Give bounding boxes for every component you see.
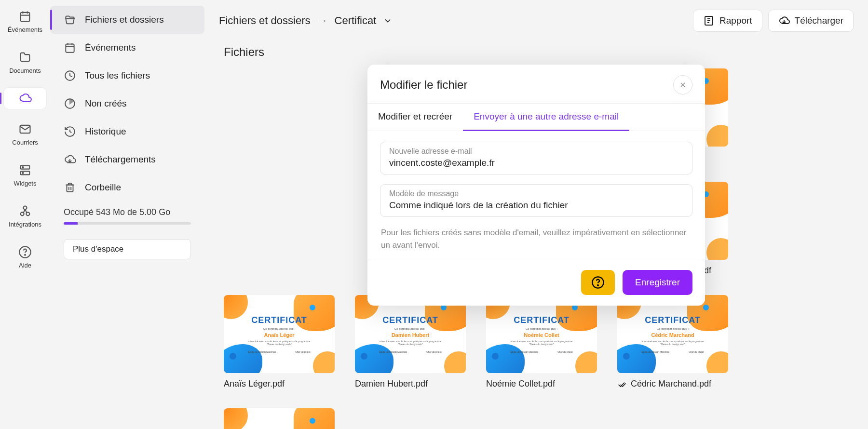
rail-label: Courriers [12, 139, 38, 146]
svg-rect-20 [67, 185, 73, 192]
sidebar-item-label: Fichiers et dossiers [85, 14, 164, 25]
file-thumbnail: CERTIFICAT Ce certificat atteste que : A… [224, 295, 335, 373]
main: Fichiers et dossiers → Certificat Rappor… [204, 0, 868, 429]
storage-text: Occupé 543 Mo de 5.00 Go [64, 207, 191, 217]
breadcrumb: Fichiers et dossiers → Certificat [219, 14, 393, 27]
more-space-button[interactable]: Plus d'espace [64, 239, 191, 259]
sidebar-item-trash[interactable]: Corbeille [50, 174, 204, 201]
close-icon [679, 81, 687, 89]
sidebar-item-label: Corbeille [85, 182, 121, 193]
topbar-actions: Rapport Télécharger [693, 10, 854, 32]
help-icon [591, 276, 605, 289]
pie-icon [64, 97, 76, 110]
hint-text: Pour les fichiers créés sans modèle d'em… [380, 227, 692, 256]
sidebar-item-label: Tous les fichiers [85, 70, 150, 81]
mail-icon [18, 122, 32, 136]
report-button[interactable]: Rapport [693, 10, 762, 32]
sidebar-item-history[interactable]: Historique [50, 118, 204, 146]
rail-label: Événements [8, 26, 42, 33]
sidebar-item-pie[interactable]: Non créés [50, 90, 204, 118]
save-button[interactable]: Enregistrer [623, 270, 692, 295]
svg-point-11 [24, 206, 27, 210]
sidebar-item-folder-open[interactable]: Fichiers et dossiers [50, 6, 204, 34]
svg-point-8 [22, 173, 23, 174]
file-name: Cédric Marchand.pdf [631, 379, 711, 389]
clock-icon [64, 69, 76, 82]
rail-label: Documents [9, 67, 41, 74]
download-icon [64, 153, 76, 166]
svg-point-13 [25, 255, 26, 255]
file-thumbnail: CERTIFICAT Ce certificat atteste que : N… [486, 295, 597, 373]
sidebar-item-label: Historique [85, 126, 126, 137]
widget-icon [18, 163, 32, 177]
svg-rect-0 [21, 13, 30, 22]
rail-item-folder[interactable]: Documents [4, 47, 46, 78]
sidebar-item-download[interactable]: Téléchargements [50, 146, 204, 174]
email-label: Nouvelle adresse e-mail [389, 147, 683, 156]
file-name: Damien Hubert.pdf [355, 379, 428, 389]
rail-item-widget[interactable]: Widgets [4, 160, 46, 191]
storage-bar [64, 222, 191, 225]
file-name: Noémie Collet.pdf [486, 379, 555, 389]
file-card[interactable]: CERTIFICAT Ce certificat atteste que : C… [617, 295, 728, 389]
rail-label: Aide [19, 262, 31, 269]
trash-icon [64, 181, 76, 194]
tab-edit-recreate[interactable]: Modifier et recréer [367, 104, 463, 131]
sidebar-item-calendar[interactable]: Événements [50, 34, 204, 62]
edit-file-modal: Modifier le fichier Modifier et recréer … [367, 65, 705, 306]
template-field[interactable]: Modèle de message Comme indiqué lors de … [380, 184, 692, 217]
download-button[interactable]: Télécharger [768, 10, 854, 32]
file-card[interactable]: CERTIFICAT Ce certificat atteste que : N… [486, 295, 597, 389]
help-icon [18, 245, 32, 259]
rail-label: Widgets [14, 180, 37, 187]
close-button[interactable] [673, 75, 692, 94]
sidebar: Fichiers et dossiersÉvénementsTous les f… [50, 0, 204, 429]
file-thumbnail: CERTIFICAT Ce certificat atteste que : D… [355, 295, 466, 373]
svg-point-33 [597, 285, 598, 286]
template-value: Comme indiqué lors de la création du fic… [389, 200, 683, 211]
file-card[interactable]: CERTIFICAT Ce certificat atteste que : D… [355, 295, 466, 389]
sidebar-item-label: Téléchargements [85, 154, 156, 165]
sent-icon [617, 379, 627, 389]
rail-item-mail[interactable]: Courriers [4, 119, 46, 150]
rail-item-webhook[interactable]: Intégrations [4, 201, 46, 232]
modal-tabs: Modifier et recréer Envoyer à une autre … [367, 103, 705, 131]
file-thumbnail: CERTIFICAT Ce certificat atteste que : G… [224, 408, 335, 429]
email-field[interactable]: Nouvelle adresse e-mail vincent.coste@ex… [380, 142, 692, 174]
folder-open-icon [64, 13, 76, 26]
file-card[interactable]: CERTIFICAT Ce certificat atteste que : G… [224, 408, 335, 429]
breadcrumb-root[interactable]: Fichiers et dossiers [219, 14, 311, 27]
calendar-icon [18, 10, 32, 23]
history-icon [64, 125, 76, 138]
rail-label: Intégrations [9, 221, 41, 228]
download-label: Télécharger [795, 15, 843, 26]
rail-item-cloud[interactable] [4, 88, 46, 109]
svg-rect-14 [66, 44, 74, 52]
breadcrumb-current[interactable]: Certificat [335, 14, 377, 27]
section-title: Fichiers [214, 37, 858, 64]
report-label: Rapport [719, 15, 752, 26]
chevron-down-icon[interactable] [383, 16, 393, 26]
rail: ÉvénementsDocumentsCourriersWidgetsIntég… [0, 0, 50, 429]
svg-point-7 [22, 167, 23, 168]
file-thumbnail: CERTIFICAT Ce certificat atteste que : C… [617, 295, 728, 373]
email-value: vincent.coste@example.fr [389, 158, 683, 168]
calendar-icon [64, 41, 76, 54]
folder-icon [18, 51, 32, 64]
topbar: Fichiers et dossiers → Certificat Rappor… [214, 0, 858, 37]
sidebar-item-label: Non créés [85, 98, 127, 109]
rail-item-calendar[interactable]: Événements [4, 6, 46, 37]
report-icon [703, 15, 715, 27]
modal-title: Modifier le fichier [380, 78, 467, 92]
storage-info: Occupé 543 Mo de 5.00 Go [50, 201, 204, 230]
tab-send-email[interactable]: Envoyer à une autre adresse e-mail [463, 104, 629, 131]
help-button[interactable] [581, 270, 615, 295]
sidebar-item-label: Événements [85, 42, 136, 53]
webhook-icon [18, 204, 32, 218]
file-name: Anaïs Léger.pdf [224, 379, 285, 389]
rail-item-help[interactable]: Aide [4, 241, 46, 273]
file-card[interactable]: CERTIFICAT Ce certificat atteste que : A… [224, 295, 335, 389]
sidebar-item-clock[interactable]: Tous les fichiers [50, 62, 204, 90]
cloud-download-icon [778, 15, 790, 27]
template-label: Modèle de message [389, 189, 683, 198]
